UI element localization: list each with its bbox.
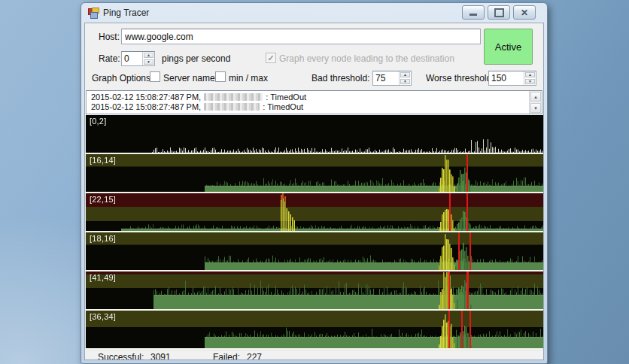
window-title: Ping Tracer bbox=[103, 8, 149, 18]
server-names-checkbox[interactable] bbox=[150, 71, 160, 82]
event-log[interactable]: 2015-02-12 15:08:27:487 PM, : TimedOut 2… bbox=[86, 90, 542, 114]
successful-value: 3091 bbox=[150, 352, 171, 360]
window-controls: ✕ bbox=[462, 5, 536, 20]
bad-threshold-spinner[interactable]: ▲ ▼ bbox=[372, 71, 412, 86]
arrow-down-icon: ▼ bbox=[533, 106, 538, 111]
status-bar: Successful: 3091 Failed: 227 bbox=[85, 350, 543, 359]
failed-value: 227 bbox=[247, 352, 262, 360]
min-max-label: min / max bbox=[229, 73, 268, 83]
titlebar[interactable]: Ping Tracer ✕ bbox=[81, 3, 547, 22]
minimize-icon bbox=[469, 14, 477, 16]
close-button[interactable]: ✕ bbox=[513, 5, 536, 20]
ping-tracer-window: Ping Tracer ✕ Host: Active Rate: ▲ bbox=[81, 2, 548, 364]
arrow-down-icon: ▼ bbox=[147, 60, 150, 64]
log-line: 2015-02-12 15:08:27:487 PM, : TimedOut bbox=[87, 91, 542, 102]
rate-spinner-buttons: ▲ ▼ bbox=[142, 52, 154, 65]
log-timestamp: 2015-02-12 15:08:27:487 PM, bbox=[91, 102, 201, 111]
arrow-up-icon: ▲ bbox=[147, 53, 150, 57]
client-area: Host: Active Rate: ▲ ▼ pings per second … bbox=[84, 23, 544, 360]
log-status: : TimedOut bbox=[263, 102, 303, 111]
host-input[interactable] bbox=[121, 29, 481, 44]
maximize-icon bbox=[494, 8, 504, 17]
app-icon-blue-square bbox=[90, 12, 98, 19]
min-max-checkbox[interactable] bbox=[215, 71, 226, 82]
panel-label-hop3: [22,15] bbox=[90, 195, 116, 204]
panel-label-hop5: [41,49] bbox=[90, 273, 116, 282]
panel-label-hop4: [18,16] bbox=[90, 234, 116, 243]
close-icon: ✕ bbox=[521, 9, 528, 17]
failed-label: Failed: bbox=[213, 352, 240, 360]
rate-up-button[interactable]: ▲ bbox=[144, 53, 153, 58]
successful-label: Successful: bbox=[98, 352, 144, 360]
arrow-down-icon: ▼ bbox=[528, 80, 532, 83]
bad-threshold-input[interactable] bbox=[373, 71, 399, 85]
worse-threshold-label: Worse threshold: bbox=[426, 73, 494, 83]
server-names-label: Server names bbox=[163, 73, 220, 83]
worse-threshold-spinner[interactable]: ▲ ▼ bbox=[488, 71, 536, 86]
arrow-up-icon: ▲ bbox=[528, 73, 532, 77]
minimize-button[interactable] bbox=[462, 5, 485, 20]
worse-threshold-input[interactable] bbox=[489, 71, 524, 85]
ping-graphs: [0,2] [16,14] [22,15] [18,16] [41,49] [3… bbox=[86, 115, 543, 350]
rate-down-button[interactable]: ▼ bbox=[144, 59, 153, 65]
redacted-host bbox=[204, 93, 263, 101]
graph-options-label: Graph Options: bbox=[92, 73, 153, 83]
log-scroll-up-button[interactable]: ▲ bbox=[530, 92, 541, 102]
arrow-up-icon: ▲ bbox=[533, 95, 538, 99]
worse-threshold-down-button[interactable]: ▼ bbox=[525, 79, 535, 84]
bad-threshold-label: Bad threshold: bbox=[311, 73, 369, 83]
arrow-up-icon: ▲ bbox=[403, 73, 407, 77]
log-scrollbar[interactable]: ▲ ▼ bbox=[529, 91, 542, 114]
ping-graphs-canvas bbox=[86, 115, 543, 350]
checkbox-checked-icon: ✓ bbox=[267, 54, 274, 62]
worse-threshold-up-button[interactable]: ▲ bbox=[525, 72, 535, 77]
log-status: : TimedOut bbox=[266, 93, 306, 102]
bad-threshold-down-button[interactable]: ▼ bbox=[400, 79, 410, 84]
panel-label-hop6: [36,34] bbox=[90, 312, 116, 321]
rate-spinner[interactable]: ▲ ▼ bbox=[121, 51, 155, 66]
graph-every-node-label: Graph every node leading to the destinat… bbox=[279, 53, 454, 64]
arrow-down-icon: ▼ bbox=[403, 80, 407, 83]
rate-suffix-label: pings per second bbox=[162, 53, 230, 64]
log-scroll-down-button[interactable]: ▼ bbox=[530, 103, 541, 113]
panel-label-hop2: [16,14] bbox=[90, 156, 116, 165]
bad-threshold-up-button[interactable]: ▲ bbox=[400, 72, 410, 77]
rate-label: Rate: bbox=[99, 53, 120, 64]
maximize-button[interactable] bbox=[488, 5, 510, 20]
host-label: Host: bbox=[99, 32, 120, 42]
app-icon bbox=[88, 8, 99, 18]
active-button[interactable]: Active bbox=[484, 29, 533, 65]
redacted-host bbox=[204, 103, 260, 111]
desktop: { "window": { "title": "Ping Tracer" }, … bbox=[0, 0, 629, 364]
worse-threshold-spinner-buttons: ▲ ▼ bbox=[524, 71, 536, 85]
graph-every-node-checkbox[interactable]: ✓ bbox=[266, 53, 276, 63]
log-line: 2015-02-12 15:08:27:487 PM, : TimedOut bbox=[87, 102, 542, 112]
panel-label-hop1: [0,2] bbox=[90, 117, 106, 126]
bad-threshold-spinner-buttons: ▲ ▼ bbox=[399, 71, 411, 85]
rate-input[interactable] bbox=[122, 52, 142, 65]
log-timestamp: 2015-02-12 15:08:27:487 PM, bbox=[91, 93, 201, 102]
